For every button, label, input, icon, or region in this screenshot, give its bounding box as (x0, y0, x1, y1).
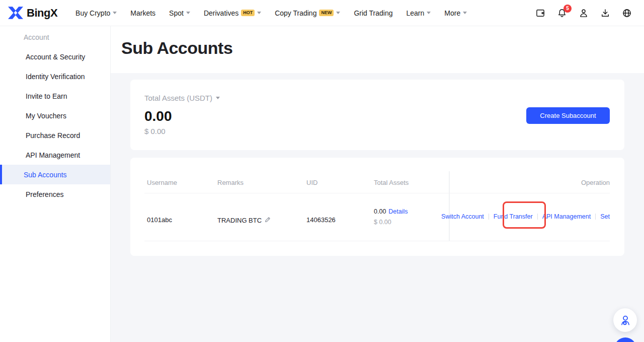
nav-item-copy-trading[interactable]: Copy Trading NEW (275, 9, 340, 17)
language-globe-icon[interactable] (622, 8, 632, 18)
row-divider (144, 241, 610, 241)
nav-label: More (444, 9, 460, 17)
page-title: Sub Accounts (111, 26, 644, 58)
cell-total-assets: 0.00 Details $ 0.00 (374, 208, 408, 226)
sidebar-item-my-vouchers[interactable]: My Vouchers (0, 106, 110, 125)
settings-link[interactable]: Set (600, 213, 610, 220)
profile-icon[interactable] (579, 8, 589, 18)
download-app-icon[interactable] (600, 8, 610, 18)
cell-username: 0101abc (147, 216, 172, 224)
api-management-link[interactable]: API Management (542, 213, 591, 220)
switch-account-link[interactable]: Switch Account (441, 213, 484, 220)
nav-label: Grid Trading (354, 9, 392, 17)
chevron-down-icon (257, 12, 261, 14)
customer-support-icon (619, 314, 631, 326)
operation-separator (595, 214, 596, 220)
details-link[interactable]: Details (388, 208, 408, 215)
chevron-down-icon (113, 12, 117, 14)
uid-value: 14063526 (306, 216, 336, 224)
brand-name: BingX (27, 7, 57, 20)
cell-operations: Switch Account Fund Transfer API Managem… (441, 213, 610, 220)
new-badge: NEW (319, 10, 334, 16)
sidebar-item-purchase-record[interactable]: Purchase Record (0, 125, 110, 145)
nav-label: Buy Crypto (75, 9, 110, 17)
total-assets-selector[interactable]: Total Assets (USDT) (144, 94, 624, 102)
main-menu: Buy Crypto Markets Spot Derivatives HOT … (75, 9, 467, 17)
col-header-total-assets: Total Assets (374, 179, 409, 186)
support-chat-button[interactable] (613, 308, 637, 332)
nav-item-derivatives[interactable]: Derivatives HOT (204, 9, 261, 17)
remarks-value: TRADING BTC (217, 217, 262, 224)
notification-badge: 5 (564, 5, 572, 13)
cell-remarks: TRADING BTC (217, 216, 271, 224)
sidebar-item-invite-to-earn[interactable]: Invite to Earn (0, 86, 110, 106)
nav-item-learn[interactable]: Learn (407, 9, 431, 17)
sidebar-item-account-security[interactable]: Account & Security (0, 47, 110, 66)
bingx-logo-icon (8, 7, 23, 19)
main-content: Sub Accounts Total Assets (USDT) 0.00 $ … (111, 26, 644, 342)
chevron-down-icon (186, 12, 190, 14)
nav-label: Derivatives (204, 9, 238, 17)
col-header-uid: UID (306, 179, 317, 186)
total-assets-fiat: $ 0.00 (144, 127, 624, 135)
create-subaccount-button[interactable]: Create Subaccount (526, 107, 610, 124)
col-header-operation: Operation (581, 179, 610, 186)
col-header-remarks: Remarks (217, 179, 244, 186)
notifications-bell-icon[interactable]: 5 (557, 8, 567, 18)
nav-label: Learn (407, 9, 425, 17)
cell-uid: 14063526 (306, 216, 336, 224)
subaccounts-table-card: Username Remarks UID Total Assets Operat… (130, 158, 624, 256)
sidebar-item-api-management[interactable]: API Management (0, 145, 110, 165)
username-value: 0101abc (147, 216, 172, 224)
total-assets-card: Total Assets (USDT) 0.00 $ 0.00 Create S… (130, 80, 624, 150)
content-area: Total Assets (USDT) 0.00 $ 0.00 Create S… (111, 73, 644, 342)
chevron-down-icon (336, 12, 340, 14)
operation-separator (489, 214, 489, 220)
row-assets-value: 0.00 (374, 208, 386, 215)
top-nav: BingX Buy Crypto Markets Spot Derivative… (0, 0, 644, 26)
nav-item-grid-trading[interactable]: Grid Trading (354, 9, 392, 17)
row-assets-fiat: $ 0.00 (374, 219, 408, 226)
sidebar-section-account: Account (0, 27, 110, 47)
header-divider (144, 193, 610, 193)
nav-label: Spot (169, 9, 184, 17)
nav-icon-group: 5 (535, 8, 636, 18)
col-header-username: Username (147, 179, 177, 186)
chevron-down-icon (427, 12, 431, 14)
brand-logo[interactable]: BingX (8, 7, 57, 20)
nav-item-more[interactable]: More (444, 9, 467, 17)
fund-transfer-link[interactable]: Fund Transfer (494, 213, 533, 220)
wallet-icon[interactable] (535, 8, 545, 18)
operation-separator (537, 214, 538, 220)
chevron-down-icon (216, 97, 220, 99)
sidebar-item-sub-accounts[interactable]: Sub Accounts (0, 165, 110, 184)
hot-badge: HOT (241, 10, 255, 16)
nav-item-buy-crypto[interactable]: Buy Crypto (75, 9, 117, 17)
nav-label: Copy Trading (275, 9, 316, 17)
sidebar-item-identity-verification[interactable]: Identity Verification (0, 66, 110, 86)
nav-item-markets[interactable]: Markets (130, 9, 155, 17)
total-assets-label: Total Assets (USDT) (144, 94, 212, 102)
nav-item-spot[interactable]: Spot (169, 9, 190, 17)
fixed-column-divider (449, 171, 450, 241)
nav-label: Markets (130, 9, 155, 17)
edit-remark-pencil-icon[interactable] (265, 216, 271, 224)
account-sidebar: Account Account & Security Identity Veri… (0, 26, 111, 342)
sidebar-item-preferences[interactable]: Preferences (0, 184, 110, 204)
chevron-down-icon (463, 12, 467, 14)
